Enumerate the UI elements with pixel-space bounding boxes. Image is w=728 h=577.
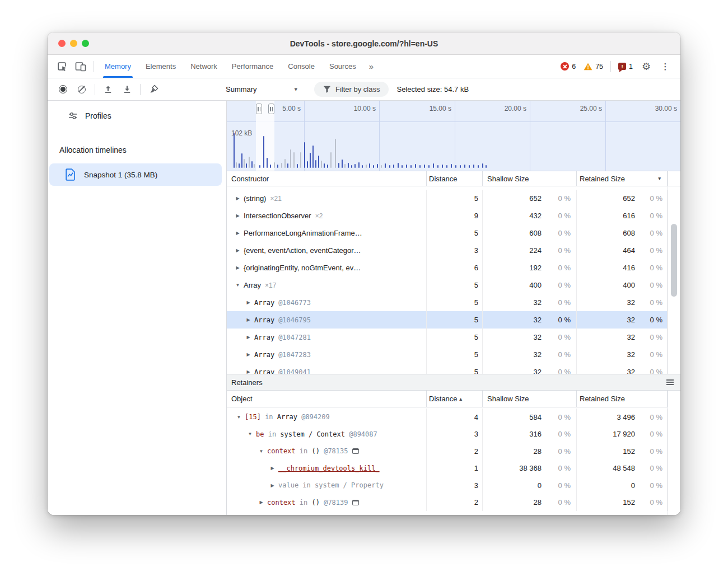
console-warnings-badge[interactable]: 75 — [580, 63, 607, 71]
retainer-row[interactable]: ▶__chromium_devtools_kill_138 3680 %48 5… — [227, 460, 668, 477]
shallow-size-column-label: Shallow Size — [487, 175, 529, 183]
expand-arrow-icon[interactable]: ▶ — [234, 265, 242, 270]
window-titlebar[interactable]: DevTools - store.google.com/?hl=en-US — [48, 32, 680, 55]
expand-arrow-icon[interactable]: ▶ — [268, 466, 277, 471]
constructor-row[interactable]: ▶Array@10467735320 %320 % — [227, 294, 668, 311]
expand-arrow-icon[interactable]: ▶ — [244, 317, 253, 322]
tab-elements[interactable]: Elements — [138, 55, 183, 78]
allocation-timeline[interactable]: 102 kB 5.00 s10.00 s15.00 s20.00 s25.00 … — [227, 101, 680, 171]
memory-bar — [277, 165, 278, 168]
expand-arrow-icon[interactable]: ▶ — [234, 248, 242, 253]
constructor-row[interactable]: ▶{originatingEntity, noGtmEvent, ev…6192… — [227, 259, 668, 276]
selection-handle-left[interactable] — [256, 104, 262, 114]
menu-icon[interactable] — [666, 379, 674, 384]
inspect-element-button[interactable] — [53, 58, 70, 75]
issues-badge[interactable]: 1 — [614, 63, 637, 71]
minimize-window-button[interactable] — [70, 40, 77, 47]
chevron-down-icon: ▾ — [294, 86, 297, 93]
retainers-distance-column-header[interactable]: Distance ▲ — [427, 391, 483, 407]
retained-size-percent: 0 % — [635, 368, 667, 374]
constructor-row[interactable]: ▶IntersectionObserver×294320 %6160 % — [227, 207, 668, 224]
fullscreen-window-button[interactable] — [82, 40, 89, 47]
retained-size-cell: 6080 % — [577, 224, 668, 242]
expand-arrow-icon[interactable]: ▶ — [234, 231, 242, 236]
object-column-header[interactable]: Object — [227, 391, 427, 407]
retainer-row[interactable]: ▼be in system / Context @89408733160 %17… — [227, 426, 668, 443]
delete-profile-button[interactable] — [145, 81, 162, 98]
retainer-row[interactable]: ▼context in () @781352280 %1520 % — [227, 443, 668, 460]
collapse-arrow-icon[interactable]: ▼ — [257, 449, 265, 454]
save-profile-button[interactable] — [119, 81, 136, 98]
constructor-column-header[interactable]: Constructor — [227, 171, 427, 186]
constructor-row[interactable]: ▶Array@10472835320 %320 % — [227, 346, 668, 363]
scrollbar-thumb[interactable] — [671, 224, 677, 297]
distance-cell: 3 — [427, 242, 483, 259]
constructor-row[interactable]: ▶(string)×2156520 %6520 % — [227, 190, 668, 207]
retainer-object-cell: ▶value in system / Property — [227, 477, 427, 494]
retainer-row[interactable]: ▶context in () @781392280 %1520 % — [227, 494, 668, 512]
constructor-row[interactable]: ▶{event, eventAction, eventCategor…32240… — [227, 242, 668, 259]
expand-arrow-icon[interactable]: ▶ — [244, 369, 253, 374]
object-id: @1049041 — [278, 368, 311, 374]
constructor-name: (string) — [244, 194, 266, 203]
memory-bar — [318, 156, 319, 168]
expand-arrow-icon[interactable]: ▶ — [244, 335, 253, 340]
shallow-size-percent: 0 % — [542, 481, 576, 490]
distance-column-header[interactable]: Distance — [427, 171, 483, 186]
memory-bar — [415, 164, 416, 168]
expand-arrow-icon[interactable]: ▶ — [234, 196, 242, 201]
constructor-row[interactable]: ▶Array@10467955320 %320 % — [227, 311, 668, 329]
distance-cell: 3 — [427, 426, 483, 443]
collapse-arrow-icon[interactable]: ▼ — [235, 415, 243, 420]
retained-size-value: 48 548 — [577, 464, 635, 472]
load-profile-button[interactable] — [100, 81, 116, 98]
device-toolbar-button[interactable] — [72, 58, 89, 75]
record-allocation-button[interactable] — [54, 81, 71, 98]
clear-button[interactable] — [73, 81, 90, 98]
retainer-row[interactable]: ▶value in system / Property300 %00 % — [227, 477, 668, 494]
tab-memory[interactable]: Memory — [97, 55, 138, 78]
shallow-size-percent: 0 % — [542, 333, 576, 341]
constructor-row[interactable]: ▼Array×1754000 %4000 % — [227, 276, 668, 294]
retained-size-column-header[interactable]: Retained Size ▼ — [577, 171, 668, 186]
retainers-retained-size-column-header[interactable]: Retained Size — [577, 391, 668, 407]
console-errors-badge[interactable]: 6 — [557, 62, 580, 71]
constructor-row[interactable]: ▶PerformanceLongAnimationFrame…56080 %60… — [227, 224, 668, 242]
more-panels-button[interactable]: » — [363, 55, 379, 78]
constructor-name-cell: ▶Array@1047281 — [227, 329, 427, 346]
retained-size-value: 152 — [577, 447, 635, 456]
collapse-arrow-icon[interactable]: ▼ — [234, 283, 242, 288]
expand-arrow-icon[interactable]: ▶ — [244, 352, 253, 357]
tab-console[interactable]: Console — [281, 55, 322, 78]
shallow-size-cell: 4320 % — [483, 207, 577, 224]
constructor-scrollbar-track[interactable] — [668, 186, 680, 374]
constructor-row[interactable]: ▶Array@10472815320 %320 % — [227, 329, 668, 346]
retainers-shallow-size-column-header[interactable]: Shallow Size — [483, 391, 577, 407]
tab-network[interactable]: Network — [183, 55, 225, 78]
perspective-select[interactable]: Summary ▾ — [226, 85, 297, 93]
shallow-size-value: 32 — [483, 316, 542, 324]
selection-handle-right[interactable] — [268, 104, 274, 114]
settings-button[interactable]: ⚙ — [638, 58, 655, 75]
expand-arrow-icon[interactable]: ▶ — [257, 500, 265, 505]
class-filter-input[interactable]: Filter by class — [314, 82, 389, 97]
tab-sources[interactable]: Sources — [322, 55, 363, 78]
collapse-arrow-icon[interactable]: ▼ — [246, 431, 254, 437]
retainer-part: in — [264, 430, 280, 438]
memory-bar — [239, 163, 240, 168]
close-window-button[interactable] — [58, 40, 66, 47]
error-count: 6 — [572, 63, 576, 71]
selected-size-label: Selected size: 54.7 kB — [396, 85, 469, 93]
more-options-button[interactable]: ⋮ — [657, 58, 674, 75]
retained-size-value: 608 — [577, 229, 635, 237]
tab-performance[interactable]: Performance — [225, 55, 281, 78]
shallow-size-column-header[interactable]: Shallow Size — [483, 171, 577, 186]
snapshot-item[interactable]: Snapshot 1 (35.8 MB) — [49, 163, 222, 186]
constructor-row[interactable]: ▶Array@10490415320 %320 % — [227, 363, 668, 374]
retained-size-percent: 0 % — [635, 316, 667, 324]
retainer-row[interactable]: ▼[15] in Array @89420945840 %3 4960 % — [227, 409, 668, 426]
expand-arrow-icon[interactable]: ▶ — [268, 483, 277, 488]
expand-arrow-icon[interactable]: ▶ — [234, 213, 242, 218]
expand-arrow-icon[interactable]: ▶ — [244, 300, 253, 305]
distance-cell: 5 — [427, 276, 483, 294]
